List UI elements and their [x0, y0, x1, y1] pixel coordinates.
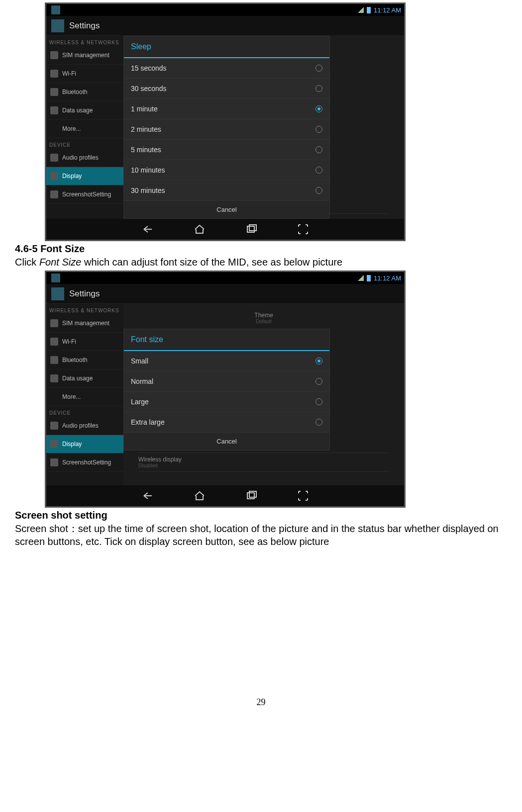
sidebar-item-label: Display — [62, 441, 82, 448]
sidebar-item-icon — [50, 70, 58, 78]
settings-icon — [51, 19, 64, 32]
setting-label: Theme — [138, 312, 389, 319]
clock-text: 11:12 AM — [374, 6, 401, 14]
dialog-option[interactable]: 5 minutes — [124, 140, 329, 160]
option-label: 10 minutes — [131, 166, 165, 174]
dialog-option[interactable]: Normal — [124, 371, 329, 392]
dialog-option[interactable]: 10 minutes — [124, 160, 329, 180]
recent-apps-button[interactable] — [245, 223, 257, 235]
sidebar-item-label: Wi-Fi — [62, 70, 76, 77]
settings-icon — [51, 287, 64, 300]
battery-icon — [367, 7, 371, 13]
cancel-button[interactable]: Cancel — [124, 201, 329, 218]
radio-icon — [315, 85, 322, 92]
option-label: Extra large — [131, 418, 165, 426]
sidebar-item[interactable]: Wi-Fi — [46, 65, 123, 83]
radio-icon — [315, 358, 322, 364]
settings-content: Wireless display Disabled Sleep 15 secon… — [123, 36, 404, 219]
radio-icon — [315, 105, 322, 112]
text-italic: Font Size — [39, 257, 81, 268]
sidebar-item[interactable]: SIM management — [46, 46, 123, 65]
notification-app-icon — [51, 5, 60, 14]
app-header: Settings — [46, 16, 404, 36]
bg-setting-theme[interactable]: Theme Default — [138, 309, 389, 327]
back-button[interactable] — [142, 490, 154, 502]
font-size-dialog: Font size SmallNormalLargeExtra large Ca… — [123, 329, 330, 451]
section-heading: Screen shot setting — [15, 510, 507, 521]
dialog-option[interactable]: 1 minute — [124, 99, 329, 119]
option-label: 2 minutes — [131, 125, 161, 133]
radio-icon — [315, 398, 322, 405]
dialog-option[interactable]: Extra large — [124, 412, 329, 433]
dialog-option[interactable]: 30 seconds — [124, 79, 329, 99]
screenshot-font-size-dialog: 11:12 AM Settings WIRELESS & NETWORKS SI… — [45, 271, 406, 508]
sidebar-item[interactable]: Audio profiles — [46, 149, 123, 167]
home-button[interactable] — [194, 223, 206, 235]
sidebar-item-label: Audio profiles — [62, 154, 99, 161]
setting-subtext: Disabled — [138, 463, 389, 468]
sidebar-item[interactable]: Wi-Fi — [46, 333, 123, 351]
dialog-option[interactable]: 30 minutes — [124, 180, 329, 201]
sidebar-item[interactable]: SIM management — [46, 314, 123, 333]
sidebar-item[interactable]: ScreenshotSetting — [46, 185, 123, 204]
sidebar-item[interactable]: Display — [46, 435, 123, 453]
sidebar-category: WIRELESS & NETWORKS — [46, 36, 123, 46]
status-bar: 11:12 AM — [46, 272, 404, 284]
recent-apps-button[interactable] — [245, 490, 257, 502]
radio-icon — [315, 146, 322, 153]
radio-icon — [315, 378, 322, 385]
dialog-option[interactable]: Large — [124, 392, 329, 412]
screenshot-button[interactable] — [297, 490, 309, 502]
text: which can adjust font size of the MID, s… — [81, 257, 342, 268]
sidebar-item-label: SIM management — [62, 52, 109, 59]
sidebar-item-icon — [50, 172, 58, 180]
signal-icon — [358, 275, 364, 281]
sidebar-category: WIRELESS & NETWORKS — [46, 304, 123, 314]
battery-icon — [367, 275, 371, 281]
sidebar-item-icon — [50, 106, 58, 114]
radio-icon — [315, 187, 322, 194]
bg-setting-wireless-display[interactable]: Wireless display Disabled — [138, 453, 389, 472]
screenshot-button[interactable] — [297, 223, 309, 235]
option-label: 30 minutes — [131, 186, 165, 194]
dialog-option[interactable]: Small — [124, 351, 329, 371]
nav-bar — [46, 485, 404, 506]
setting-label: Wireless display — [138, 456, 389, 463]
sidebar-item[interactable]: Display — [46, 167, 123, 185]
sidebar-item[interactable]: ScreenshotSetting — [46, 453, 123, 472]
sidebar-item-icon — [50, 422, 58, 430]
settings-content: Theme Default Sleep After 1 minute of in… — [123, 304, 404, 485]
app-header: Settings — [46, 284, 404, 304]
sidebar-item[interactable]: Bluetooth — [46, 351, 123, 369]
sidebar-item-label: Wi-Fi — [62, 338, 76, 345]
dialog-option[interactable]: 2 minutes — [124, 119, 329, 140]
home-button[interactable] — [194, 490, 206, 502]
sidebar-item[interactable]: Data usage — [46, 369, 123, 388]
sidebar-item[interactable]: Audio profiles — [46, 417, 123, 435]
sidebar-item-label: ScreenshotSetting — [62, 459, 111, 466]
sidebar-item[interactable]: More... — [46, 388, 123, 406]
cancel-button[interactable]: Cancel — [124, 433, 329, 450]
sidebar-item-icon — [50, 51, 58, 59]
dialog-option[interactable]: 15 seconds — [124, 58, 329, 79]
dialog-title: Font size — [124, 329, 329, 351]
settings-sidebar: WIRELESS & NETWORKS SIM managementWi-FiB… — [46, 304, 123, 485]
radio-icon — [315, 65, 322, 72]
back-button[interactable] — [142, 223, 154, 235]
sidebar-item-icon — [50, 154, 58, 162]
sidebar-item-icon — [50, 338, 58, 346]
option-label: Large — [131, 398, 149, 406]
option-label: 1 minute — [131, 105, 158, 113]
radio-icon — [315, 419, 322, 426]
sidebar-item[interactable]: More... — [46, 120, 123, 138]
radio-icon — [315, 126, 322, 133]
sidebar-item[interactable]: Bluetooth — [46, 83, 123, 101]
sidebar-item-label: Data usage — [62, 375, 93, 382]
status-bar: 11:12 AM — [46, 4, 404, 16]
sidebar-item[interactable]: Data usage — [46, 101, 123, 120]
option-label: 5 minutes — [131, 146, 161, 154]
nav-bar — [46, 219, 404, 240]
option-label: 30 seconds — [131, 85, 167, 92]
page-number: 29 — [15, 697, 507, 708]
sidebar-item-label: Audio profiles — [62, 422, 99, 429]
